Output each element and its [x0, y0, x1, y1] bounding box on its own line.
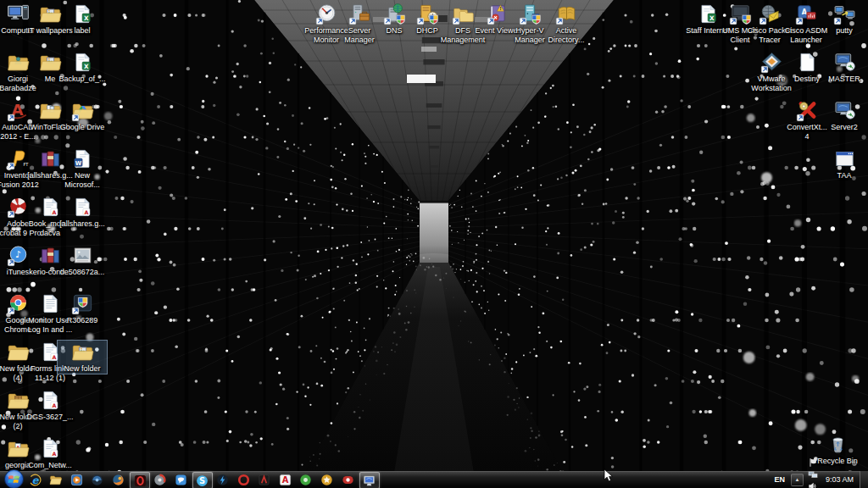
desktop-icon-putty[interactable]: putty [820, 3, 868, 36]
volume-icon[interactable] [807, 480, 818, 488]
icon-label: Server2 [820, 123, 868, 132]
desktop-icon-master[interactable]: MASTER [820, 51, 868, 84]
icon-label: R306289 [58, 316, 107, 325]
greenapp-icon [299, 474, 312, 486]
taskbar-lightning-app[interactable] [213, 472, 231, 487]
svg-text:A: A [52, 451, 56, 457]
dfs-icon [452, 3, 475, 25]
taskbar-cleaner-app[interactable] [151, 472, 170, 487]
word-icon: W [71, 147, 94, 170]
show-hidden-icons-button[interactable]: ▲ [791, 474, 804, 486]
taskbar-red-ring-app[interactable] [234, 472, 253, 487]
folder-drive-icon [71, 99, 94, 122]
messenger-icon [175, 474, 187, 486]
icon-label: New folder [58, 364, 107, 374]
taskbar-media-player[interactable] [67, 472, 86, 487]
desktop-icon-server2[interactable]: Server2 [820, 99, 868, 132]
desktop-icon-label[interactable]: Xlabel [58, 3, 107, 36]
icon-label: DGS-3627_... [25, 413, 75, 422]
desktop-icon-de508672a[interactable]: de508672a... [58, 244, 107, 277]
excel-icon: X [71, 51, 94, 74]
folder-image-icon [71, 341, 94, 363]
taskbar-internet-explorer[interactable]: e [25, 472, 44, 487]
desktop-icon-backup-of[interactable]: XBackup_of_... [58, 51, 107, 84]
pdf-doc-icon: A [39, 389, 62, 412]
svg-text:A: A [52, 354, 56, 360]
taskbar: eSA EN ▲ 9:03 AM [0, 471, 868, 488]
redring-icon [237, 474, 250, 486]
icon-label: TAA [820, 171, 868, 180]
start-button[interactable] [3, 469, 25, 488]
icon-label: label [58, 26, 107, 36]
system-tray: EN ▲ 9:03 AM [770, 471, 868, 488]
app-window-icon [833, 147, 856, 170]
swirl-icon [153, 474, 166, 486]
putty-icon [833, 3, 856, 25]
vmware-icon [760, 51, 783, 74]
desktop-icon-new-microsoft-doc[interactable]: WNew Microsof... [58, 147, 107, 189]
remote-desktop-icon [833, 51, 856, 74]
svg-text:X: X [83, 63, 88, 70]
cisco-pt-icon [759, 3, 782, 25]
icon-label: putty [820, 26, 868, 36]
language-indicator[interactable]: EN [770, 475, 789, 484]
svg-text:♪: ♪ [15, 249, 21, 260]
icon-label: Active Directory... [542, 26, 591, 44]
goldapp-icon [320, 474, 333, 486]
desktop-icon-dgs-3627[interactable]: ADGS-3627_... [25, 389, 75, 422]
icon-label: Com_Netw... [25, 461, 75, 470]
redeye-icon [342, 474, 354, 486]
desktop-icon-com-netw[interactable]: ACom_Netw... [25, 437, 75, 470]
mouse-cursor [604, 469, 614, 483]
winamp-icon [258, 474, 270, 486]
svg-text:X: X [709, 14, 714, 22]
svg-text:A: A [52, 402, 56, 408]
skype-icon: S [196, 474, 209, 487]
network-icon[interactable] [807, 468, 818, 480]
taskbar-green-app[interactable] [297, 472, 315, 487]
pdf-doc-icon: A [71, 196, 94, 219]
explorer-icon [49, 474, 62, 486]
wallpaper-datacenter [0, 0, 868, 488]
reader-icon: A [279, 474, 292, 486]
desktop-icon-active-directory[interactable]: Active Directory... [542, 3, 591, 44]
taskbar-messenger[interactable] [171, 472, 190, 487]
icon-label: Backup_of_... [58, 75, 107, 84]
svg-text:A: A [281, 475, 288, 485]
taskbar-remote-viewer-app[interactable] [359, 472, 380, 488]
hyperv-icon [519, 3, 542, 25]
taskbar-firefox[interactable] [108, 472, 127, 487]
recycle-bin-icon [826, 433, 849, 456]
taskbar-skype[interactable]: S [192, 472, 213, 488]
desktop-icon-allshares-pdf[interactable]: A[allshares.g... [58, 196, 107, 229]
svg-text:X: X [83, 14, 88, 22]
blank-file-icon [796, 51, 819, 74]
desktop-icon-google-drive[interactable]: Google Drive [58, 99, 107, 132]
desktop-icon-taa[interactable]: TAA [820, 147, 868, 180]
excel-icon: X [71, 3, 94, 25]
action-center-flag-icon[interactable] [807, 456, 818, 468]
taskbar-windows-explorer[interactable] [47, 472, 65, 487]
icon-label: New Microsof... [58, 171, 107, 189]
svg-text:!: ! [499, 6, 502, 11]
clock[interactable]: 9:03 AM [821, 475, 860, 484]
icon-label: MASTER [820, 75, 868, 84]
taskbar-adobe-reader[interactable]: A [275, 472, 294, 487]
taskbar-opera[interactable] [130, 472, 150, 488]
svg-text:S: S [199, 476, 205, 485]
taskbar-blue-globe-app[interactable] [88, 472, 107, 487]
desktop: ComputerIT wallpapersXlabelGiorgi Baraba… [0, 0, 868, 488]
show-desktop-button[interactable] [860, 471, 868, 488]
icon-label: de508672a... [58, 268, 107, 277]
desktop-icon-new-folder[interactable]: New folder [58, 341, 107, 374]
svg-text:W: W [75, 160, 81, 167]
taskbar-gold-app[interactable] [317, 472, 336, 487]
taskbar-media-app[interactable] [255, 472, 274, 487]
desktop-icon-r306289[interactable]: R306289 [58, 292, 107, 325]
taskbar-red-app[interactable] [338, 472, 357, 487]
firefox-icon [112, 474, 125, 486]
shield-app-icon [71, 292, 94, 315]
cisco-asdm-icon: A [795, 3, 818, 25]
wmp-icon [70, 474, 83, 486]
opera-icon [134, 474, 147, 487]
